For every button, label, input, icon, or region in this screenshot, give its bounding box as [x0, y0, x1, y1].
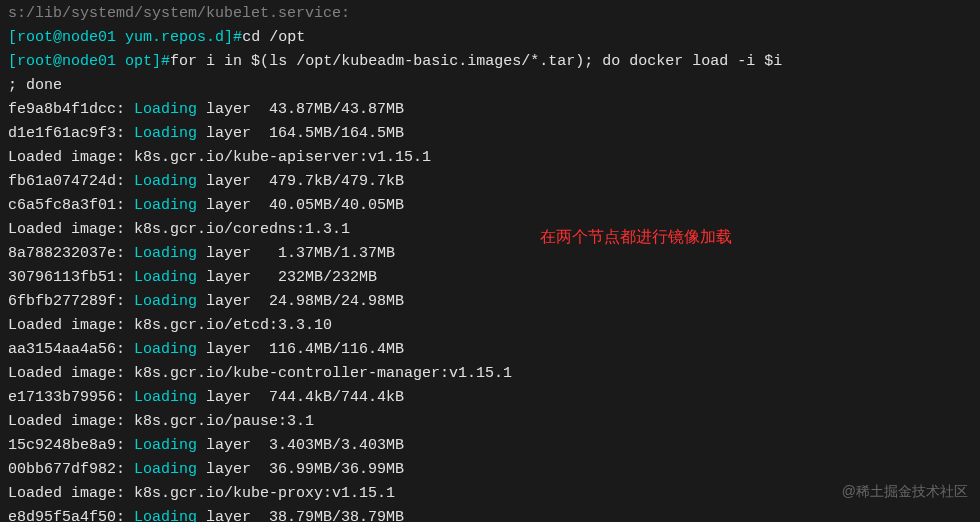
output-line: 15c9248be8a9: Loading layer 3.403MB/3.40…	[8, 434, 972, 458]
output-line: Loaded image: k8s.gcr.io/kube-proxy:v1.1…	[8, 482, 972, 506]
output-block: fe9a8b4f1dcc: Loading layer 43.87MB/43.8…	[8, 98, 972, 522]
output-line: Loaded image: k8s.gcr.io/pause:3.1	[8, 410, 972, 434]
output-line: Loaded image: k8s.gcr.io/etcd:3.3.10	[8, 314, 972, 338]
output-line: e17133b79956: Loading layer 744.4kB/744.…	[8, 386, 972, 410]
output-line: d1e1f61ac9f3: Loading layer 164.5MB/164.…	[8, 122, 972, 146]
output-line: Loaded image: k8s.gcr.io/kube-apiserver:…	[8, 146, 972, 170]
output-line: e8d95f5a4f50: Loading layer 38.79MB/38.7…	[8, 506, 972, 522]
truncated-line: s:/lib/systemd/system/kubelet.service:	[8, 2, 972, 26]
prompt-line-2: [root@node01 opt]#for i in $(ls /opt/kub…	[8, 50, 972, 98]
output-line: c6a5fc8a3f01: Loading layer 40.05MB/40.0…	[8, 194, 972, 218]
watermark-text: @稀土掘金技术社区	[842, 480, 968, 502]
prompt-line-1: [root@node01 yum.repos.d]#cd /opt	[8, 26, 972, 50]
output-line: 00bb677df982: Loading layer 36.99MB/36.9…	[8, 458, 972, 482]
output-line: Loaded image: k8s.gcr.io/kube-controller…	[8, 362, 972, 386]
output-line: fb61a074724d: Loading layer 479.7kB/479.…	[8, 170, 972, 194]
output-line: 6fbfb277289f: Loading layer 24.98MB/24.9…	[8, 290, 972, 314]
annotation-text: 在两个节点都进行镜像加载	[540, 224, 732, 250]
output-line: Loaded image: k8s.gcr.io/coredns:1.3.1	[8, 218, 972, 242]
output-line: aa3154aa4a56: Loading layer 116.4MB/116.…	[8, 338, 972, 362]
output-line: 8a788232037e: Loading layer 1.37MB/1.37M…	[8, 242, 972, 266]
output-line: fe9a8b4f1dcc: Loading layer 43.87MB/43.8…	[8, 98, 972, 122]
output-line: 30796113fb51: Loading layer 232MB/232MB	[8, 266, 972, 290]
